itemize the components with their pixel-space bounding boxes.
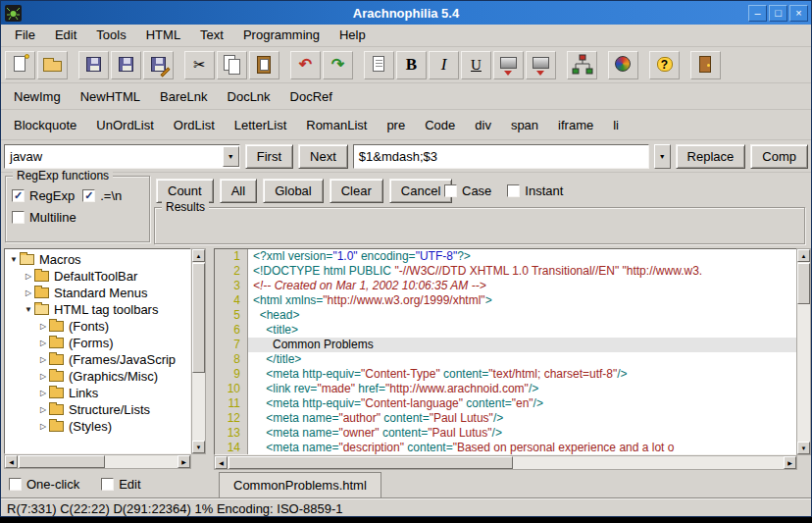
close-button[interactable]: × — [789, 5, 808, 22]
site-tree-button[interactable] — [567, 51, 597, 79]
tree-expander-icon[interactable]: ▷ — [37, 322, 49, 331]
menu-edit[interactable]: Edit — [45, 25, 86, 45]
option-case-checkbox[interactable]: Case — [444, 183, 491, 198]
macro-newimg-button[interactable]: NewImg — [4, 85, 71, 108]
tree-expander-icon[interactable]: ▼ — [8, 255, 20, 264]
scroll-down-icon[interactable]: ▼ — [797, 442, 810, 454]
regexp-regexp-checkbox[interactable]: ✓RegExp — [12, 188, 75, 203]
macro-barelnk-button[interactable]: BareLnk — [150, 85, 217, 108]
menu-text[interactable]: Text — [190, 25, 233, 45]
undo-button[interactable]: ↶ — [290, 51, 321, 79]
editor-vertical-scrollbar[interactable]: ▲ ▼ — [796, 248, 811, 455]
code-editor[interactable]: 1<?xml version="1.0" encoding="UTF-8"?>2… — [214, 248, 797, 455]
search-dropdown-icon[interactable]: ▼ — [223, 146, 239, 167]
tree-expander-icon[interactable]: ▷ — [23, 288, 34, 297]
replace-dropdown-icon[interactable]: ▼ — [654, 144, 671, 169]
scroll-right-icon[interactable]: ▶ — [784, 456, 796, 469]
replace-term-combobox[interactable]: $1&mdash;$3 — [353, 144, 649, 169]
tree-item-links[interactable]: ▷Links — [5, 385, 190, 401]
macro-unordlist-button[interactable]: UnOrdList — [86, 114, 164, 136]
maximize-button[interactable]: □ — [769, 5, 787, 22]
save-as-button[interactable] — [143, 51, 174, 79]
open-folder-button[interactable] — [37, 51, 68, 79]
tree-item-fonts[interactable]: ▷(Fonts) — [5, 318, 190, 335]
macro-letterlist-button[interactable]: LetterList — [225, 114, 296, 136]
menu-help[interactable]: Help — [330, 25, 376, 45]
tree-expander-icon[interactable]: ▷ — [37, 372, 49, 381]
tree-expander-icon[interactable]: ▷ — [37, 422, 49, 431]
macro-div-button[interactable]: div — [465, 114, 501, 136]
document-tab[interactable]: CommonProblems.html — [219, 472, 381, 497]
browser-colors-button[interactable] — [608, 51, 638, 79]
stamp-in-button[interactable] — [493, 51, 524, 79]
bottom-edit-checkbox[interactable]: Edit — [101, 477, 140, 492]
bottom-one-click-checkbox[interactable]: One-click — [9, 477, 79, 492]
tree-item-structure-lists[interactable]: ▷Structure/Lists — [5, 401, 190, 418]
editor-horizontal-scrollbar[interactable]: ◀ ▶ — [214, 455, 797, 470]
tree-expander-icon[interactable]: ▼ — [23, 305, 34, 314]
global-button[interactable]: Global — [263, 179, 324, 203]
tree-expander-icon[interactable]: ▷ — [37, 389, 49, 397]
tree-expander-icon[interactable]: ▷ — [37, 405, 49, 414]
tree-expander-icon[interactable]: ▷ — [37, 355, 49, 364]
exit-button[interactable] — [690, 51, 721, 79]
editor-vscroll-thumb[interactable] — [797, 263, 810, 304]
redo-button[interactable]: ↷ — [323, 51, 353, 79]
bold-button[interactable]: B — [396, 51, 427, 79]
underline-button[interactable]: U — [461, 51, 491, 79]
italic-button[interactable]: I — [429, 51, 459, 79]
macro-li-button[interactable]: li — [603, 114, 629, 136]
scroll-down-icon[interactable]: ▼ — [192, 441, 205, 453]
help-button[interactable]: ? — [649, 51, 680, 79]
tree-item-styles[interactable]: ▷(Styles) — [5, 418, 190, 435]
copy-button[interactable] — [217, 51, 247, 79]
clear-button[interactable]: Clear — [330, 179, 383, 203]
minimize-button[interactable]: – — [748, 5, 767, 22]
next-button[interactable]: Next — [298, 144, 348, 169]
macro-doclnk-button[interactable]: DocLnk — [218, 85, 280, 108]
tree-item-standard-menus[interactable]: ▷Standard Menus — [5, 285, 190, 301]
paste-button[interactable] — [249, 51, 279, 79]
tree-hscroll-thumb[interactable] — [19, 455, 105, 468]
macro-span-button[interactable]: span — [501, 114, 548, 136]
comp-button[interactable]: Comp — [750, 144, 808, 169]
tree-vertical-scrollbar[interactable]: ▲ ▼ — [191, 248, 206, 454]
tree-item-forms[interactable]: ▷(Forms) — [5, 335, 190, 351]
tree-item-macros[interactable]: ▼Macros — [5, 251, 190, 268]
tree-expander-icon[interactable]: ▷ — [23, 272, 34, 281]
view-source-button[interactable] — [364, 51, 394, 79]
scroll-up-icon[interactable]: ▲ — [797, 249, 810, 262]
macro-newhtml-button[interactable]: NewHTML — [71, 85, 150, 108]
cancel-button[interactable]: Cancel — [389, 179, 452, 203]
all-button[interactable]: All — [220, 179, 257, 203]
menu-html[interactable]: HTML — [136, 25, 190, 45]
stamp-out-button[interactable] — [526, 51, 556, 79]
scroll-left-icon[interactable]: ◀ — [5, 455, 18, 468]
macro-pre-button[interactable]: pre — [377, 114, 415, 136]
save-button[interactable] — [78, 51, 109, 79]
tree-item-graphics-misc[interactable]: ▷(Graphics/Misc) — [5, 368, 190, 385]
editor-hscroll-thumb[interactable] — [228, 456, 513, 469]
new-file-button[interactable] — [5, 51, 35, 79]
tree-item-defaulttoolbar[interactable]: ▷DefaultToolBar — [5, 268, 190, 285]
tree-item-html-tag-toolbars[interactable]: ▼HTML tag toolbars — [5, 301, 190, 318]
macro-ordlist-button[interactable]: OrdList — [164, 114, 225, 136]
regexp-n-checkbox[interactable]: ✓.=\n — [82, 188, 122, 203]
tree-expander-icon[interactable]: ▷ — [37, 339, 49, 347]
tree-horizontal-scrollbar[interactable]: ◀ ▶ — [4, 454, 191, 469]
titlebar[interactable]: Arachnophilia 5.4 –□× — [1, 1, 811, 25]
macro-code-button[interactable]: Code — [415, 114, 465, 136]
menu-programming[interactable]: Programming — [233, 25, 330, 45]
tree-item-frames-javascrip[interactable]: ▷(Frames/JavaScrip — [5, 351, 190, 368]
cut-button[interactable]: ✂ — [184, 51, 215, 79]
save-all-button[interactable] — [111, 51, 141, 79]
search-term-combobox[interactable]: javaw ▼ — [4, 144, 240, 169]
macro-iframe-button[interactable]: iframe — [548, 114, 603, 136]
scroll-up-icon[interactable]: ▲ — [192, 249, 205, 262]
menu-tools[interactable]: Tools — [86, 25, 135, 45]
menu-file[interactable]: File — [5, 25, 45, 45]
macro-blockquote-button[interactable]: Blockquote — [4, 114, 86, 136]
regexp-multiline-checkbox[interactable]: Multiline — [12, 210, 76, 225]
first-button[interactable]: First — [245, 144, 293, 169]
scroll-left-icon[interactable]: ◀ — [215, 456, 228, 469]
